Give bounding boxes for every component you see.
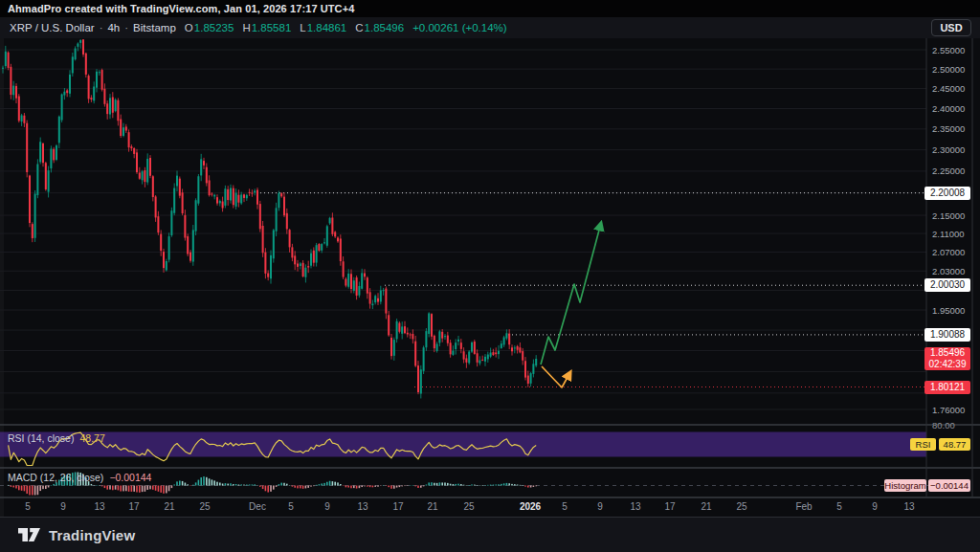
candle-body xyxy=(72,56,74,73)
rsi-axis-value-badge[interactable]: 48.77 xyxy=(939,438,970,451)
macd-bar xyxy=(206,477,208,486)
macd-bar xyxy=(329,481,331,486)
macd-bar xyxy=(276,486,278,487)
macd-bar xyxy=(122,486,124,492)
candle-body xyxy=(481,360,483,361)
level-price-label[interactable]: 1.90088 xyxy=(924,328,970,342)
candle-body xyxy=(321,244,323,251)
candle-body xyxy=(125,126,127,130)
candle-body xyxy=(163,252,165,268)
candle-body xyxy=(63,92,65,96)
time-tick-label: 2026 xyxy=(520,501,542,512)
candle-body xyxy=(173,188,175,213)
level-price-label[interactable]: 2.20008 xyxy=(924,187,970,200)
candle-body xyxy=(96,72,98,88)
candle-body xyxy=(484,357,486,362)
macd-bar xyxy=(490,485,492,486)
candle-body xyxy=(219,201,221,203)
candle-body xyxy=(109,98,111,114)
candle-body xyxy=(434,336,435,348)
candle-body xyxy=(417,365,419,392)
time-tick-label: 17 xyxy=(664,501,676,512)
candle-body xyxy=(307,266,309,267)
macd-axis-name-badge[interactable]: Histogram xyxy=(884,479,926,492)
price-tick-label: 2.50000 xyxy=(932,64,965,75)
chart-pane[interactable]: 2.550002.500002.450002.400002.350002.300… xyxy=(0,38,980,517)
candle-body xyxy=(176,176,178,187)
time-tick-label: 9 xyxy=(324,501,330,512)
rsi-indicator-label[interactable]: RSI (14, close)48.77 xyxy=(8,432,105,444)
price-tick-label: 1.95000 xyxy=(932,305,965,316)
candle-body xyxy=(273,230,275,258)
candle-body xyxy=(428,313,430,334)
macd-bar xyxy=(109,486,111,490)
rsi-axis-name-badge[interactable]: RSI xyxy=(910,438,936,451)
chart-canvas[interactable]: 2.550002.500002.450002.400002.350002.300… xyxy=(0,38,980,517)
macd-bar xyxy=(401,486,403,487)
macd-bar xyxy=(166,486,167,494)
macd-bar xyxy=(463,485,465,486)
timeframe[interactable]: 4h xyxy=(107,22,120,33)
price-tick-label: 2.55000 xyxy=(932,45,965,55)
macd-bar xyxy=(323,483,325,486)
candle-body xyxy=(468,352,470,364)
symbol-name[interactable]: XRP / U.S. Dollar xyxy=(10,22,95,33)
level-price-label[interactable]: 1.80121 xyxy=(924,381,970,394)
macd-bar xyxy=(292,486,294,487)
macd-bar xyxy=(12,486,14,488)
drawing-arrow-projection-up[interactable] xyxy=(541,223,601,364)
candle-body xyxy=(367,277,368,293)
macd-bar xyxy=(495,484,497,485)
time-tick-label: 9 xyxy=(597,501,603,512)
candle-body xyxy=(388,315,390,335)
macd-bar xyxy=(37,486,39,496)
macd-indicator-label[interactable]: MACD (12, 26, close)−0.00144 xyxy=(8,472,151,483)
drawing-arrow-pullback[interactable] xyxy=(542,366,570,387)
macd-bar xyxy=(176,481,178,485)
candle-body xyxy=(45,163,47,189)
macd-bar xyxy=(498,484,500,485)
macd-bar xyxy=(453,484,455,485)
tradingview-logo-icon[interactable] xyxy=(17,524,41,545)
last-price-label[interactable]: 1.8549602:42:39 xyxy=(924,347,970,370)
candle-body xyxy=(519,347,521,352)
macd-bar xyxy=(26,486,28,495)
macd-bar xyxy=(185,483,187,486)
exchange-name: Bitstamp xyxy=(133,22,176,33)
currency-toggle-button[interactable]: USD xyxy=(931,19,971,36)
candle-body xyxy=(350,274,352,289)
symbol-status-bar: XRP / U.S. Dollar · 4h · Bitstamp O 1.85… xyxy=(0,17,980,38)
candle-body xyxy=(216,197,218,203)
level-price-label[interactable]: 2.00030 xyxy=(924,278,970,292)
candle-body xyxy=(82,39,84,55)
candle-body xyxy=(347,274,349,287)
macd-bar xyxy=(53,484,55,486)
candle-body xyxy=(280,193,282,196)
time-tick-label: 21 xyxy=(427,501,438,512)
candle-body xyxy=(331,217,333,233)
candle-body xyxy=(374,296,376,302)
open-value: 1.85235 xyxy=(194,22,234,33)
tradingview-brand-text[interactable]: TradingView xyxy=(49,527,135,543)
high-value: 1.85581 xyxy=(252,22,292,33)
macd-bar xyxy=(48,486,50,488)
candle-body xyxy=(15,86,17,99)
candle-body xyxy=(420,369,422,393)
macd-bar xyxy=(259,486,261,487)
macd-bar xyxy=(307,486,309,488)
bar-countdown: 02:42:39 xyxy=(924,359,970,370)
time-scale[interactable]: 5913172125Dec591317212520265913172125Feb… xyxy=(25,501,915,512)
candle-body xyxy=(371,304,373,306)
price-tick-label: 2.15000 xyxy=(932,210,965,221)
macd-bar xyxy=(212,479,213,485)
candle-body xyxy=(286,213,288,230)
macd-bar xyxy=(369,486,371,488)
candle-body xyxy=(334,232,336,236)
macd-bar xyxy=(356,486,358,489)
macd-axis-value-badge[interactable]: −0.00144 xyxy=(928,479,970,492)
candle-body xyxy=(254,190,256,192)
candle-body xyxy=(12,86,14,96)
candle-body xyxy=(316,245,318,262)
candle-body xyxy=(259,204,261,229)
candle-body xyxy=(69,75,71,94)
